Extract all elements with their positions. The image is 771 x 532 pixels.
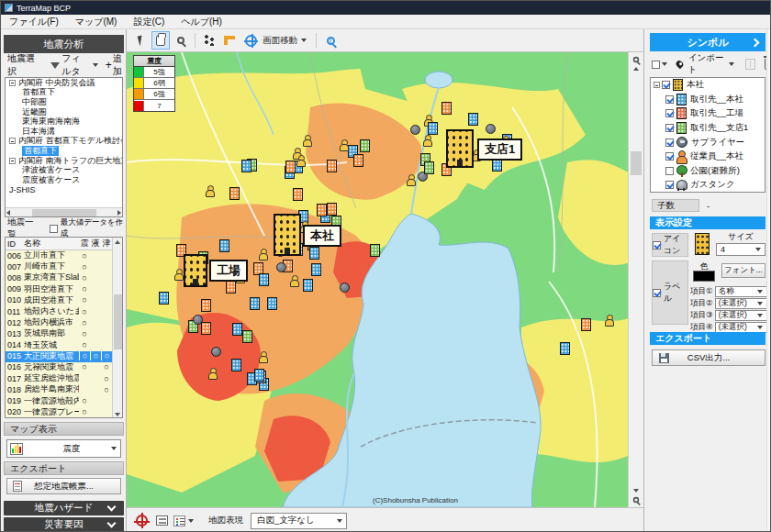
- map-symbol-client-branch[interactable]: [242, 330, 252, 343]
- facility-building-icon[interactable]: [446, 129, 474, 168]
- map-symbol-client-factory[interactable]: [229, 187, 240, 200]
- map-symbol-client-factory[interactable]: [353, 154, 363, 167]
- map-symbol-client-factory[interactable]: [317, 204, 327, 216]
- tree-item[interactable]: 内閣府 南海トラフの巨大地震モデル検: [6, 156, 122, 166]
- scroll-down-icon[interactable]: [115, 413, 120, 416]
- tree-item[interactable]: 近畿圏: [6, 107, 122, 117]
- center-marker-button[interactable]: [132, 512, 151, 530]
- select-tool-button[interactable]: [131, 31, 150, 50]
- facility-label[interactable]: 工場: [209, 260, 248, 282]
- map-symbol-client-hq[interactable]: [159, 292, 169, 305]
- symbol-tree-item[interactable]: 公園(避難所): [651, 164, 765, 179]
- expander-icon[interactable]: [9, 138, 16, 144]
- symbol-tree-item[interactable]: ガスタンク: [651, 178, 765, 193]
- map-symbol-client-branch[interactable]: [370, 244, 380, 257]
- layer-checkbox[interactable]: [665, 95, 674, 104]
- map-symbol-client-hq[interactable]: [231, 359, 241, 371]
- expander-icon[interactable]: [9, 158, 16, 164]
- tree-item[interactable]: 内閣府 首都直下モデル検討会: [6, 137, 122, 147]
- scroll-thumb[interactable]: [32, 209, 96, 216]
- label-color-swatch[interactable]: [693, 271, 715, 282]
- symbol-tree-item[interactable]: 取引先__本社: [651, 93, 765, 107]
- layer-checkbox[interactable]: [665, 109, 674, 117]
- route-tool-button[interactable]: [200, 31, 218, 50]
- annotation-button[interactable]: [152, 512, 171, 530]
- symbol-tree-item[interactable]: 取引先__工場: [651, 106, 765, 121]
- field-dropdown[interactable]: (未選択): [715, 310, 767, 321]
- map-symbol-gas-tank[interactable]: [211, 347, 221, 357]
- table-row[interactable]: 020一律震源プレート...○: [6, 407, 122, 418]
- field-dropdown[interactable]: 名称: [715, 286, 767, 297]
- col-header-震[interactable]: 震: [79, 238, 90, 249]
- area-tool-button[interactable]: [220, 31, 239, 50]
- map-symbol-gas-tank[interactable]: [340, 283, 350, 293]
- tree-hscrollbar[interactable]: [6, 207, 122, 216]
- map-symbol-client-hq[interactable]: [254, 369, 264, 382]
- map-symbol-client-hq[interactable]: [241, 160, 251, 172]
- map-symbol-client-hq[interactable]: [232, 323, 242, 336]
- scroll-up-icon[interactable]: [115, 240, 120, 244]
- map-symbol-client-factory[interactable]: [293, 188, 303, 201]
- tree-item[interactable]: 内閣府 中央防災会議: [6, 78, 122, 88]
- menu-item-設定(C)[interactable]: 設定(C): [125, 15, 173, 28]
- facility-label[interactable]: 支店1: [477, 139, 522, 161]
- map-symbol-client-hq[interactable]: [311, 263, 321, 276]
- font-button[interactable]: フォント...: [721, 263, 765, 278]
- map-symbol-client-factory[interactable]: [201, 299, 211, 312]
- map-symbol-client-hq[interactable]: [309, 247, 319, 260]
- map-symbol-client-hq[interactable]: [428, 122, 438, 135]
- map-style-dropdown[interactable]: 白図_文字なし: [251, 513, 347, 529]
- pan-tool-button[interactable]: [151, 31, 170, 50]
- tree-item[interactable]: 震度被害ケース: [6, 175, 122, 185]
- map-symbol-client-factory[interactable]: [226, 281, 236, 294]
- right-panel-scrollbar[interactable]: [766, 29, 771, 532]
- add-button[interactable]: + 追加: [106, 52, 127, 78]
- facility-label[interactable]: 本社: [303, 225, 341, 247]
- map-symbol-client-factory[interactable]: [441, 102, 452, 115]
- facility-building-icon[interactable]: [184, 254, 207, 287]
- menu-item-ヘルプ(H)[interactable]: ヘルプ(H): [173, 15, 230, 28]
- menu-item-ファイル(F)[interactable]: ファイル(F): [1, 15, 67, 28]
- attribute-table-icon[interactable]: [745, 59, 755, 70]
- scroll-thumb[interactable]: [114, 294, 122, 349]
- map-symbol-client-hq[interactable]: [560, 342, 570, 355]
- layer-checkbox[interactable]: [662, 81, 670, 89]
- col-header-津[interactable]: 津: [101, 238, 112, 249]
- zoom-tool-button[interactable]: [172, 31, 190, 50]
- import-button[interactable]: インポート: [688, 52, 726, 76]
- map-canvas[interactable]: 震度 5強6弱6強7 (C)Shobunsha Publication 工場本社…: [127, 52, 628, 507]
- tree-item[interactable]: 首都直下: [6, 88, 122, 98]
- map-symbol-client-factory[interactable]: [327, 160, 337, 172]
- symbol-tree-item[interactable]: サプライヤー: [651, 135, 765, 150]
- map-display-dropdown[interactable]: 震度: [6, 439, 121, 458]
- icon-checkbox[interactable]: [653, 241, 661, 249]
- tree-item[interactable]: 日本海溝: [6, 127, 122, 137]
- tree-item[interactable]: J-SHIS: [6, 185, 122, 195]
- map-symbol-client-hq[interactable]: [468, 113, 478, 126]
- dropdown-caret-icon[interactable]: [729, 62, 734, 66]
- max-data-checkbox[interactable]: [50, 225, 58, 233]
- hazard-section-bar[interactable]: 地震ハザード: [4, 501, 124, 515]
- map-symbol-client-hq[interactable]: [303, 279, 313, 292]
- layer-checkbox[interactable]: [665, 139, 674, 147]
- table-vscrollbar[interactable]: [112, 238, 122, 418]
- filter-button[interactable]: フィルタ: [50, 52, 97, 78]
- field-dropdown[interactable]: (未選択): [715, 298, 767, 309]
- scroll-left-icon[interactable]: [6, 210, 10, 216]
- map-symbol-client-factory[interactable]: [327, 203, 337, 216]
- tree-item[interactable]: 首都直下: [6, 146, 122, 156]
- select-all-checkbox[interactable]: [652, 61, 660, 69]
- zoom-thumb[interactable]: [631, 151, 642, 175]
- map-symbol-gas-tank[interactable]: [486, 124, 496, 134]
- expander-icon[interactable]: [654, 82, 660, 88]
- col-header-名称[interactable]: 名称: [24, 238, 79, 249]
- map-symbol-client-hq[interactable]: [259, 273, 269, 286]
- layer-checkbox[interactable]: [665, 167, 674, 175]
- layer-checkbox[interactable]: [665, 181, 674, 189]
- zoom-track[interactable]: [629, 71, 643, 489]
- disaster-factor-section-bar[interactable]: 災害要因: [4, 517, 124, 532]
- menu-item-マップ(M)[interactable]: マップ(M): [67, 15, 126, 28]
- pan-mode-dropdown[interactable]: 画面移動: [240, 31, 311, 50]
- map-symbol-client-hq[interactable]: [219, 239, 229, 252]
- scroll-down-icon[interactable]: [633, 489, 639, 493]
